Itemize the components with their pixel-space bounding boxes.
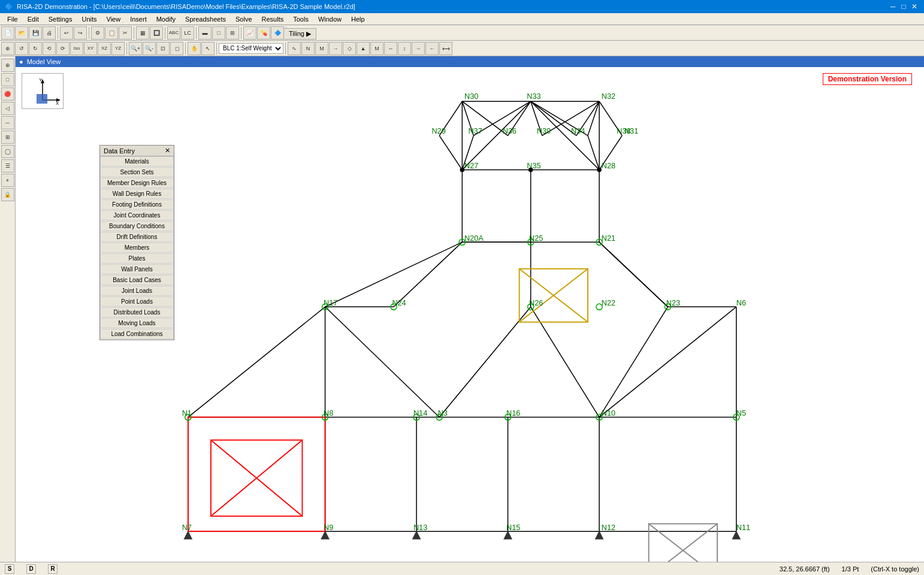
sidebar-btn-10[interactable]: 🔒 [1, 188, 14, 201]
menu-item-insert[interactable]: Insert [125, 14, 152, 24]
maximize-button[interactable]: □ [899, 2, 908, 11]
diamond2-button[interactable]: ◇ [343, 42, 356, 55]
print-button[interactable]: 🖨 [43, 26, 56, 40]
zoom-fit-button[interactable]: ⊡ [156, 42, 170, 55]
menu-item-units[interactable]: Units [77, 14, 101, 24]
rarrow-button[interactable]: → [412, 42, 425, 55]
larrow-button[interactable]: ← [425, 42, 439, 55]
svg-line-78 [649, 523, 717, 562]
triangle-button[interactable]: ▲ [357, 42, 370, 55]
sidebar-btn-7[interactable]: ◯ [1, 145, 14, 158]
menu-item-settings[interactable]: Settings [44, 14, 77, 24]
hbar-button[interactable]: ↔ [384, 42, 397, 55]
undo2-button[interactable]: ⟲ [43, 42, 56, 55]
grid2-button[interactable]: ⊞ [226, 26, 239, 40]
svg-text:N5: N5 [736, 409, 746, 417]
separator-6 [241, 27, 241, 39]
mdi-title-text: Model View [27, 58, 61, 65]
grid-button[interactable]: ▦ [136, 26, 149, 40]
status-s[interactable]: S [5, 564, 14, 574]
menu-item-view[interactable]: View [102, 14, 126, 24]
separator-1 [58, 27, 58, 39]
measure-button[interactable]: ⟷ [439, 42, 452, 55]
status-r[interactable]: R [48, 564, 58, 574]
zoom-in-button[interactable]: 🔍+ [129, 42, 142, 55]
cut-button[interactable]: ✂ [119, 26, 132, 40]
xz-button[interactable]: XZ [98, 42, 111, 55]
diamond-button[interactable]: 🔷 [271, 26, 284, 40]
member-label-button[interactable]: M [315, 42, 328, 55]
iso-button[interactable]: Iso [70, 42, 83, 55]
xy-button[interactable]: XY [84, 42, 97, 55]
svg-text:N23: N23 [666, 299, 680, 307]
sidebar-btn-5[interactable]: ─ [1, 116, 14, 129]
svg-point-96 [597, 168, 602, 172]
rotate-left-button[interactable]: ↺ [15, 42, 28, 55]
menu-item-window[interactable]: Window [313, 14, 346, 24]
close-button[interactable]: ✕ [910, 2, 919, 11]
middle-structure [325, 170, 736, 417]
lc-button[interactable]: LC [181, 26, 194, 40]
chart-button[interactable]: 📈 [243, 26, 256, 40]
copy-button[interactable]: 📋 [105, 26, 118, 40]
separator-2 [89, 27, 89, 39]
redo2-button[interactable]: ⟳ [56, 42, 70, 55]
title-text: RISA-2D Demonstration - [C:\Users\ceili\… [17, 3, 355, 10]
menu-item-spreadsheets[interactable]: Spreadsheets [180, 14, 231, 24]
pan-button[interactable]: ✋ [188, 42, 201, 55]
svg-line-44 [439, 307, 530, 417]
sidebar-btn-2[interactable]: □ [1, 73, 14, 86]
menu-item-help[interactable]: Help [346, 14, 370, 24]
zoom-out-button[interactable]: 🔍- [143, 42, 156, 55]
menu-item-results[interactable]: Results [257, 14, 289, 24]
menu-bar: FileEditSettingsUnitsViewInsertModifySpr… [0, 13, 924, 25]
svg-line-21 [588, 101, 599, 135]
title-bar-controls: ─ □ ✕ [888, 2, 919, 11]
menu-item-tools[interactable]: Tools [288, 14, 313, 24]
minimize-button[interactable]: ─ [888, 2, 898, 11]
redo-button[interactable]: ↪ [74, 26, 87, 40]
gray-panel [649, 523, 717, 562]
mdi-icon: ● [19, 58, 23, 65]
rotate-right-button[interactable]: ↻ [29, 42, 42, 55]
wave-button[interactable]: ∿ [288, 42, 301, 55]
material-button[interactable]: ABC [167, 26, 180, 40]
rect-button[interactable]: □ [212, 26, 225, 40]
yz-button[interactable]: YZ [111, 42, 125, 55]
sidebar-btn-3[interactable]: 🔴 [1, 87, 14, 101]
open-button[interactable]: 📂 [15, 26, 28, 40]
select-button[interactable]: ⊕ [1, 42, 14, 55]
sidebar-btn-1[interactable]: ⊕ [1, 59, 14, 72]
blc-select[interactable]: BLC 1:Self Weight [219, 43, 283, 54]
arrow-button[interactable]: → [329, 42, 342, 55]
sidebar-btn-9[interactable]: ⌖ [1, 174, 14, 187]
select2-button[interactable]: ↖ [201, 42, 215, 55]
render-button[interactable]: 🔲 [150, 26, 163, 40]
model-settings-button[interactable]: ⚙ [91, 26, 104, 40]
tiling-button[interactable]: Tiling ▶ [283, 28, 316, 40]
vbar-button[interactable]: ↕ [398, 42, 411, 55]
save-button[interactable]: 💾 [29, 26, 42, 40]
status-d[interactable]: D [26, 564, 36, 574]
m2-button[interactable]: M [370, 42, 384, 55]
zoom-box-button[interactable]: ◻ [170, 42, 183, 55]
svg-text:N15: N15 [506, 523, 520, 532]
new-button[interactable]: 📄 [1, 26, 14, 40]
bar1-button[interactable]: ▬ [198, 26, 212, 40]
svg-text:N35: N35 [527, 162, 540, 170]
svg-line-43 [325, 307, 440, 417]
pill-button[interactable]: 💊 [257, 26, 270, 40]
svg-text:N28: N28 [602, 162, 615, 170]
svg-line-49 [599, 307, 736, 417]
menu-item-file[interactable]: File [2, 14, 23, 24]
menu-item-edit[interactable]: Edit [23, 14, 44, 24]
sidebar-btn-4[interactable]: ◁ [1, 102, 14, 115]
upper-truss [439, 101, 622, 170]
canvas-area[interactable]: Demonstration Version Y X Data Entry ✕ [16, 67, 924, 562]
node-button[interactable]: N [301, 42, 315, 55]
sidebar-btn-8[interactable]: ☰ [1, 159, 14, 172]
menu-item-modify[interactable]: Modify [152, 14, 180, 24]
undo-button[interactable]: ↩ [60, 26, 73, 40]
sidebar-btn-6[interactable]: ⊞ [1, 131, 14, 144]
menu-item-solve[interactable]: Solve [231, 14, 257, 24]
